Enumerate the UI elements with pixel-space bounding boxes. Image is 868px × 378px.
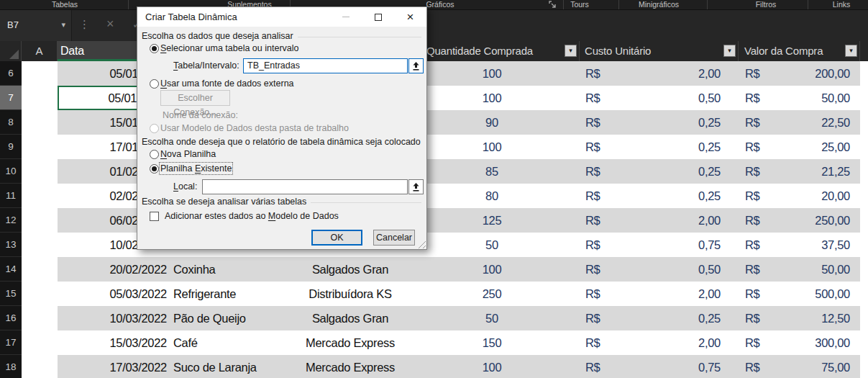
cell-valor[interactable]: R$ 75,00 (738, 355, 860, 378)
cell-fornecedor[interactable]: Salgados Gran (280, 257, 421, 282)
currency-symbol: R$ (745, 159, 760, 184)
currency-symbol: R$ (585, 110, 600, 135)
cell-valor[interactable]: R$ 21,25 (738, 159, 860, 184)
cell-valor[interactable]: R$ 50,00 (738, 257, 860, 282)
filter-button-custo[interactable]: ▾ (723, 45, 736, 57)
cell-quantidade[interactable]: 50 (421, 233, 579, 257)
cell-valor[interactable]: R$ 50,00 (738, 86, 860, 110)
cancel-button[interactable]: Cancelar (373, 230, 415, 246)
column-header-custo[interactable]: Custo Unitário ▾ (579, 41, 738, 61)
name-box[interactable]: B7 ▾ (0, 10, 72, 41)
radio-existing-worksheet[interactable] (150, 164, 159, 174)
cell-produto[interactable]: Suco de Laranja (173, 355, 280, 378)
column-header-quantidade[interactable]: Quantidade Comprada ▾ (421, 41, 579, 61)
add-to-data-model-checkbox[interactable] (150, 212, 159, 221)
close-button[interactable]: × (394, 7, 426, 27)
cell-fornecedor[interactable]: Salgados Gran (280, 306, 421, 330)
cell-custo[interactable]: R$ 2,00 (579, 282, 738, 306)
custo-value: 2,00 (698, 282, 721, 306)
radio-select-table-label: Selecionar uma tabela ou intervalo (160, 43, 299, 53)
cell-custo[interactable]: R$ 0,75 (579, 233, 738, 257)
filter-button-quantidade[interactable]: ▾ (565, 45, 577, 57)
cell-custo[interactable]: R$ 2,00 (579, 208, 738, 233)
row-header[interactable]: 14 (0, 257, 22, 282)
radio-external-source[interactable] (150, 79, 159, 89)
range-selector-button-local[interactable] (408, 179, 424, 194)
cell-data[interactable]: 10/03/2022 (58, 306, 170, 330)
row-header[interactable]: 8 (0, 110, 22, 135)
row-header[interactable]: 7 (0, 86, 22, 110)
dialog-title-bar[interactable]: Criar Tabela Dinâmica × (137, 7, 426, 27)
column-header-a[interactable]: A (22, 41, 58, 61)
cell-quantidade[interactable]: 250 (421, 282, 579, 306)
cell-data[interactable]: 05/03/2022 (58, 282, 170, 306)
row-header[interactable]: 16 (0, 306, 22, 330)
cell-custo[interactable]: R$ 0,25 (579, 159, 738, 184)
row-header[interactable]: 15 (0, 282, 22, 306)
row-header[interactable]: 6 (0, 61, 22, 86)
cell-valor[interactable]: R$ 300,00 (738, 330, 860, 355)
name-box-dropdown-icon[interactable]: ▾ (61, 20, 65, 30)
cell-valor[interactable]: R$ 20,00 (738, 184, 860, 208)
cell-fornecedor[interactable]: Distribuídora KS (280, 282, 421, 306)
radio-new-worksheet[interactable] (150, 150, 159, 159)
cell-quantidade[interactable]: 90 (421, 110, 579, 135)
cell-quantidade[interactable]: 50 (421, 306, 579, 330)
resize-grip[interactable] (416, 239, 426, 248)
cell-valor[interactable]: R$ 500,00 (738, 282, 860, 306)
table-row: 6 05/01/2022 100 R$ 2,00 R$ 200,00 (0, 61, 868, 86)
cell-custo[interactable]: R$ 0,25 (579, 184, 738, 208)
cell-valor[interactable]: R$ 37,50 (738, 233, 860, 257)
cell-valor[interactable]: R$ 250,00 (738, 208, 860, 233)
cell-quantidade[interactable]: 125 (421, 208, 579, 233)
column-header-valor[interactable]: Valor da Compra ▾ (738, 41, 860, 61)
row-header[interactable]: 10 (0, 159, 22, 184)
cell-custo[interactable]: R$ 2,00 (579, 61, 738, 86)
cell-valor[interactable]: R$ 25,00 (738, 135, 860, 159)
cell-custo[interactable]: R$ 2,00 (579, 330, 738, 355)
dialog-launcher-icon[interactable] (549, 1, 557, 9)
cell-quantidade[interactable]: 85 (421, 159, 579, 184)
radio-select-table[interactable] (150, 44, 159, 53)
cell-data[interactable]: 17/03/2022 (58, 355, 170, 378)
cell-produto[interactable]: Café (173, 330, 280, 355)
cell-data[interactable]: 15/03/2022 (58, 330, 170, 355)
cell-custo[interactable]: R$ 0,25 (579, 135, 738, 159)
cell-quantidade[interactable]: 80 (421, 184, 579, 208)
cell-data[interactable]: 20/02/2022 (58, 257, 170, 282)
table-range-input[interactable]: TB_Entradas (243, 58, 408, 73)
cell-custo[interactable]: R$ 0,50 (579, 257, 738, 282)
cell-produto[interactable]: Coxinha (173, 257, 280, 282)
range-selector-button[interactable] (408, 58, 424, 73)
local-input[interactable] (202, 179, 408, 194)
row-header[interactable]: 18 (0, 355, 22, 378)
filter-button-valor[interactable]: ▾ (845, 45, 857, 57)
cell-quantidade[interactable]: 100 (421, 86, 579, 110)
cell-quantidade[interactable]: 100 (421, 355, 579, 378)
cell-produto[interactable]: Pão de Queijo (173, 306, 280, 330)
cell-custo[interactable]: R$ 0,75 (579, 355, 738, 378)
row-header[interactable]: 13 (0, 233, 22, 257)
cancel-entry-icon[interactable]: × (106, 17, 114, 32)
cell-quantidade[interactable]: 100 (421, 61, 579, 86)
cell-custo[interactable]: R$ 0,25 (579, 306, 738, 330)
cell-fornecedor[interactable]: Mercado Express (280, 330, 421, 355)
cell-valor[interactable]: R$ 22,50 (738, 110, 860, 135)
minimize-icon (342, 17, 350, 17)
cell-custo[interactable]: R$ 0,25 (579, 110, 738, 135)
cell-fornecedor[interactable]: Mercado Express (280, 355, 421, 378)
cell-produto[interactable]: Refrigerante (173, 282, 280, 306)
row-header[interactable]: 11 (0, 184, 22, 208)
row-header[interactable]: 12 (0, 208, 22, 233)
cell-valor[interactable]: R$ 200,00 (738, 61, 860, 86)
cell-valor[interactable]: R$ 12,50 (738, 306, 860, 330)
maximize-button[interactable] (362, 7, 394, 27)
row-header[interactable]: 17 (0, 330, 22, 355)
cell-quantidade[interactable]: 100 (421, 257, 579, 282)
row-header[interactable]: 9 (0, 135, 22, 159)
cell-quantidade[interactable]: 100 (421, 135, 579, 159)
select-all-corner[interactable] (0, 41, 22, 61)
cell-custo[interactable]: R$ 0,50 (579, 86, 738, 110)
ok-button[interactable]: OK (311, 230, 362, 246)
cell-quantidade[interactable]: 150 (421, 330, 579, 355)
